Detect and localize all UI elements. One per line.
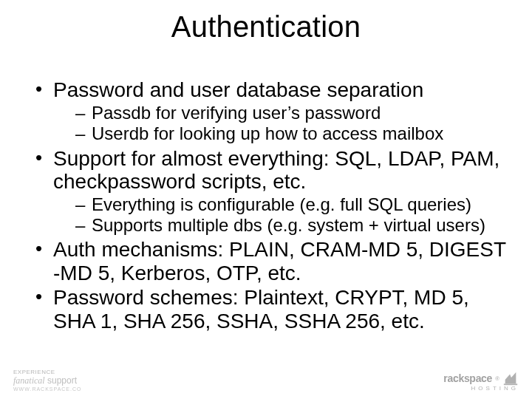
footer-right: rackspace® HOSTING [443, 370, 519, 392]
slide-title: Authentication [0, 10, 532, 44]
sub-bullet-text: Everything is configurable (e.g. full SQ… [92, 194, 471, 214]
footer-brand: rackspace [443, 372, 492, 384]
bullet-text: Password and user database separation [53, 78, 423, 101]
sub-bullet-item: Userdb for looking up how to access mail… [75, 123, 510, 144]
footer-support: support [47, 375, 77, 386]
sub-bullet-item: Supports multiple dbs (e.g. system + vir… [75, 215, 510, 236]
bullet-text: Password schemes: Plaintext, CRYPT, MD 5… [53, 286, 469, 332]
sub-bullet-text: Userdb for looking up how to access mail… [92, 123, 443, 143]
footer-hosting: HOSTING [443, 385, 519, 392]
footer-fanatical: fanatical [13, 375, 45, 386]
sub-bullet-text: Passdb for verifying user’s password [92, 103, 381, 123]
bullet-text: Auth mechanisms: PLAIN, CRAM-MD 5, DIGES… [53, 238, 506, 284]
sub-bullet-item: Passdb for verifying user’s password [75, 103, 510, 123]
footer-tagline: fanatical support [13, 375, 81, 386]
footer-left: EXPERIENCE fanatical support WWW.RACKSPA… [13, 369, 81, 392]
bullet-text: Support for almost everything: SQL, LDAP… [53, 147, 499, 193]
slide-body: Password and user database separation Pa… [33, 78, 510, 334]
rackspace-logo-icon [502, 370, 519, 386]
sub-bullet-list: Everything is configurable (e.g. full SQ… [53, 194, 510, 235]
bullet-list: Password and user database separation Pa… [33, 78, 510, 332]
bullet-item: Password schemes: Plaintext, CRYPT, MD 5… [33, 286, 510, 332]
registered-mark: ® [495, 375, 499, 382]
slide: Authentication Password and user databas… [0, 0, 532, 399]
bullet-item: Auth mechanisms: PLAIN, CRAM-MD 5, DIGES… [33, 238, 510, 284]
sub-bullet-item: Everything is configurable (e.g. full SQ… [75, 194, 510, 215]
sub-bullet-list: Passdb for verifying user’s password Use… [53, 103, 510, 143]
bullet-item: Password and user database separation Pa… [33, 78, 510, 144]
footer-url: WWW.RACKSPACE.CO [13, 386, 81, 392]
footer-experience: EXPERIENCE [13, 369, 81, 375]
bullet-item: Support for almost everything: SQL, LDAP… [33, 147, 510, 236]
sub-bullet-text: Supports multiple dbs (e.g. system + vir… [92, 215, 485, 235]
